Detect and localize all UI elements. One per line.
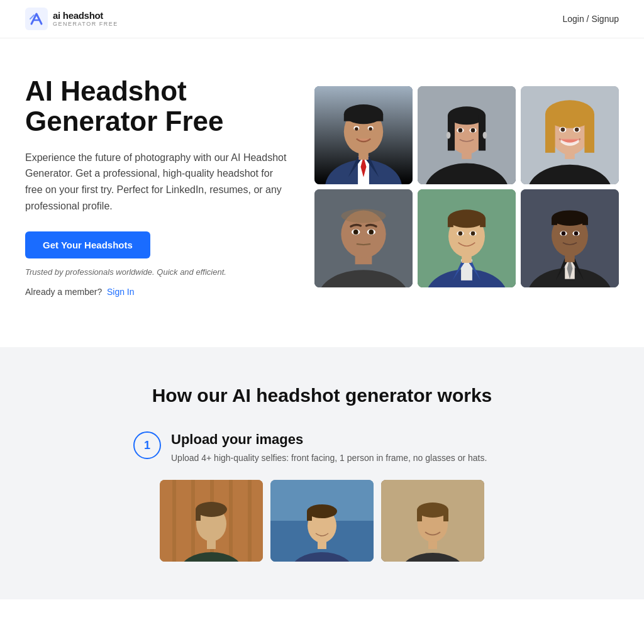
step-1-content: Upload your images Upload 4+ high-qualit… xyxy=(171,431,487,465)
sample-image-2 xyxy=(270,480,374,562)
svg-point-44 xyxy=(341,209,386,223)
hero-section: AI Headshot Generator Free Experience th… xyxy=(0,38,644,347)
svg-point-61 xyxy=(458,231,463,235)
headshot-photo-3 xyxy=(521,86,619,184)
sign-in-link[interactable]: Sign In xyxy=(107,287,135,297)
svg-rect-81 xyxy=(191,480,195,562)
svg-point-38 xyxy=(561,127,565,131)
svg-point-62 xyxy=(471,231,475,235)
svg-rect-58 xyxy=(480,218,486,226)
headshot-photo-4 xyxy=(314,189,413,287)
svg-point-77 xyxy=(574,231,579,235)
svg-point-56 xyxy=(448,209,486,228)
svg-rect-104 xyxy=(443,510,448,521)
svg-rect-57 xyxy=(448,218,453,226)
svg-rect-72 xyxy=(552,218,557,225)
logo: ai headshot GENERATOR FREE xyxy=(25,8,118,30)
svg-rect-0 xyxy=(25,8,48,30)
sample-image-1 xyxy=(160,480,263,562)
site-header: ai headshot GENERATOR FREE Login / Signu… xyxy=(0,0,644,38)
hero-title: AI Headshot Generator Free xyxy=(25,76,289,137)
svg-rect-73 xyxy=(582,218,588,225)
svg-point-28 xyxy=(471,128,475,132)
headshot-photo-6 xyxy=(521,189,619,287)
logo-icon xyxy=(25,8,48,30)
logo-tagline: GENERATOR FREE xyxy=(53,21,118,27)
svg-rect-103 xyxy=(417,510,422,521)
svg-point-24 xyxy=(483,131,487,138)
svg-rect-84 xyxy=(248,480,252,562)
sample-images xyxy=(25,480,619,562)
svg-point-39 xyxy=(575,127,579,131)
svg-rect-96 xyxy=(307,511,312,521)
svg-rect-80 xyxy=(172,480,176,562)
svg-point-14 xyxy=(355,127,358,131)
svg-point-15 xyxy=(369,127,372,131)
svg-rect-11 xyxy=(344,114,383,121)
svg-rect-34 xyxy=(545,114,555,152)
svg-rect-35 xyxy=(584,114,594,152)
logo-text: ai headshot GENERATOR FREE xyxy=(53,11,118,27)
sample-image-3 xyxy=(381,480,484,562)
hero-left-content: AI Headshot Generator Free Experience th… xyxy=(25,76,289,297)
step-1-description: Upload 4+ high-quality selfies: front fa… xyxy=(171,452,487,465)
photo-grid xyxy=(314,86,619,287)
login-signup-link[interactable]: Login / Signup xyxy=(562,14,619,24)
hero-description: Experience the future of photography wit… xyxy=(25,150,289,214)
svg-point-47 xyxy=(353,230,358,235)
logo-brand-name: ai headshot xyxy=(53,11,118,20)
member-text: Already a member? Sign In xyxy=(25,287,289,297)
svg-point-23 xyxy=(447,131,451,138)
step-1-heading: Upload your images xyxy=(171,431,487,448)
svg-point-48 xyxy=(369,230,374,235)
svg-rect-89 xyxy=(196,509,201,521)
headshot-photo-2 xyxy=(418,86,516,184)
how-title: How our AI headshot generator works xyxy=(25,385,619,406)
step-1: 1 Upload your images Upload 4+ high-qual… xyxy=(133,431,511,465)
trusted-text: Trusted by professionals worldwide. Quic… xyxy=(25,267,289,277)
svg-point-76 xyxy=(562,231,566,235)
get-headshots-button[interactable]: Get Your Headshots xyxy=(25,231,150,258)
svg-point-27 xyxy=(458,128,463,132)
step-1-number: 1 xyxy=(133,431,161,459)
headshot-photo-1 xyxy=(314,86,413,184)
how-section: How our AI headshot generator works 1 Up… xyxy=(0,347,644,599)
headshot-photo-5 xyxy=(418,189,516,287)
svg-rect-83 xyxy=(229,480,233,562)
